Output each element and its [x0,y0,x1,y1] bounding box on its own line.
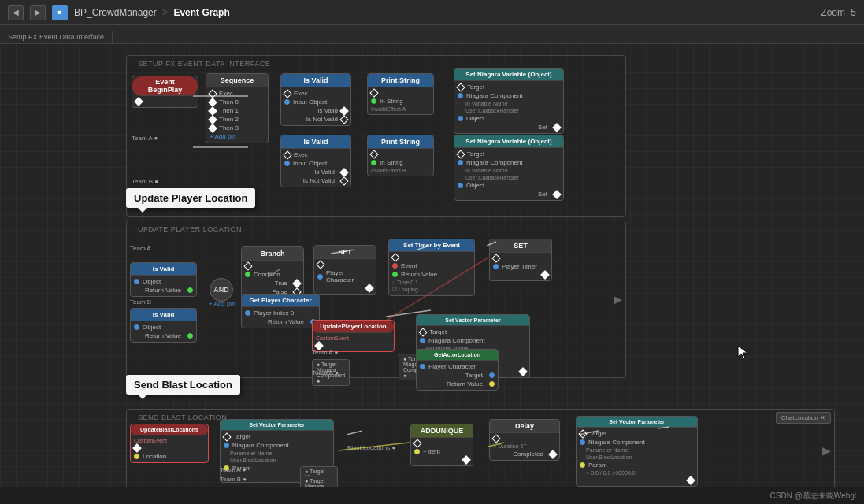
event-begin-play-header: Event BeginPlay [132,76,198,96]
get-player-char-header: Get Player Character [242,295,319,307]
send-blast-expand-arrow[interactable]: ▶ [822,444,831,457]
delay-node[interactable]: Delay ○ Duration 5T Completed [489,419,560,461]
set-timer-node[interactable]: Set Timer by Event Event Return Value ○ … [388,239,475,296]
team-b-4: Team B ● [220,476,247,483]
csdn-watermark: CSDN @慕志未晓Webgl [770,491,856,502]
update-player-loc-header: UpdatePlayerLocation [313,321,394,333]
set-1-header: SET [314,246,376,259]
breadcrumb-root[interactable]: BP_CrowdManager [74,7,157,18]
and-node[interactable]: AND [210,278,233,302]
get-actor-loc-node[interactable]: GetActorLocation Player Character Target… [416,349,499,391]
update-player-location-label: Update Player Location [126,188,255,208]
expand-arrow[interactable]: ▶ [614,293,622,306]
svg-marker-13 [738,346,747,358]
breadcrumb-separator: > [162,7,170,18]
set-1-node[interactable]: SET Player Character [313,245,376,295]
set-vector-param-3-node[interactable]: Set Vector Parameter Target Niagara Comp… [576,416,698,487]
print-string-2-node[interactable]: Print String In String InvalidEffect B [367,135,434,176]
setup-title: Setup FX Event Data Interface [133,58,275,69]
set-2-header: SET [490,239,551,253]
update-player-title: Update Player Location [133,224,247,235]
team-b-3: Team B ● [312,369,339,376]
set-niagara-2-node[interactable]: Set Niagara Variable (Object) Target Nia… [454,135,564,201]
tab-setup[interactable]: Setup FX Event Data Interface [0,31,113,43]
is-valid-b-mini[interactable]: Is Valid Object Return Value [130,308,197,343]
get-actor-loc-header: GetActorLocation [417,350,498,361]
breadcrumb: BP_CrowdManager > Event Graph [74,7,230,18]
top-bar: ◀ ▶ ■ BP_CrowdManager > Event Graph Zoom… [0,0,864,25]
send-blast-frame: Send Blast Location UpdateBlastLocations… [126,409,835,491]
blast-locations-label: Blast Locations ● [347,444,395,451]
print-string-1-node[interactable]: Print String In String InvalidEffect A [367,73,434,115]
send-blast-location-label: Send Blast Location [126,375,240,395]
breadcrumb-current: Event Graph [173,7,229,18]
set-niagara-2-header: Set Niagara Variable (Object) [454,135,563,148]
is-valid-1-header: Is Valid [281,74,350,87]
team-a-label-2: Team A [130,245,151,252]
cursor [736,344,752,360]
set-niagara-1-node[interactable]: Set Niagara Variable (Object) Target Nia… [454,68,564,134]
is-valid-2-node[interactable]: Is Valid Exec Input Object Is Valid Is N… [280,135,351,187]
set-niagara-1-header: Set Niagara Variable (Object) [454,69,563,81]
bp-icon: ■ [52,5,68,20]
send-blast-title: Send Blast Location [133,412,232,423]
chat-location-label: ChatLocation ✕ [776,412,831,424]
set-timer-header: Set Timer by Event [389,239,474,252]
update-blast-loc-node[interactable]: UpdateBlastLocations CustomEvent Locatio… [130,424,209,463]
set-vector-param-2-header: Set Vector Parameter [221,420,333,431]
forward-button[interactable]: ▶ [30,5,46,20]
graph-area[interactable]: Setup FX Event Data Interface Setup FX E… [0,25,864,504]
set-vector-param-3-header: Set Vector Parameter [577,417,697,428]
back-button[interactable]: ◀ [8,5,24,20]
get-player-char-node[interactable]: Get Player Character Player Index 0 Retu… [241,294,320,328]
event-begin-play-node[interactable]: Event BeginPlay [132,76,198,108]
team-b-label-1: Team B ● [132,178,158,185]
set-2-node[interactable]: SET Player Timer [489,239,552,281]
bottom-bar: CSDN @慕志未晓Webgl [0,487,864,504]
is-valid-2-header: Is Valid [281,135,350,149]
team-a-4: Team A ● [220,466,246,473]
team-a-label-1: Team A ● [132,135,158,142]
print-string-1-header: Print String [368,74,433,87]
add-unique-node[interactable]: ADDUNIQUE + item [410,424,473,466]
team-b-label-2: Team B [130,298,151,306]
add-unique-header: ADDUNIQUE [411,424,473,438]
sequence-node[interactable]: Sequence Exec Then 0 Then 1 Then 2 Then … [206,73,269,143]
print-string-2-header: Print String [368,135,433,149]
sequence-header: Sequence [206,74,268,87]
branch-node[interactable]: Branch Condition True False [241,246,304,298]
tab-bar: Setup FX Event Data Interface [0,25,864,44]
set-vector-param-1-header: Set Vector Parameter [417,315,529,326]
delay-header: Delay [490,420,559,433]
team-a-3: Team A ● [312,349,338,356]
update-blast-loc-header: UpdateBlastLocations [131,424,208,435]
branch-header: Branch [242,247,303,261]
zoom-label: Zoom -5 [821,7,856,18]
update-player-frame: Update Player Location Team A Is Valid O… [126,220,626,378]
update-player-loc-node[interactable]: UpdatePlayerLocation CustomEvent [312,320,395,352]
is-valid-a-mini[interactable]: Is Valid Object Return Value [130,262,197,297]
is-valid-1-node[interactable]: Is Valid Exec Input Object Is Valid Is N… [280,73,351,126]
